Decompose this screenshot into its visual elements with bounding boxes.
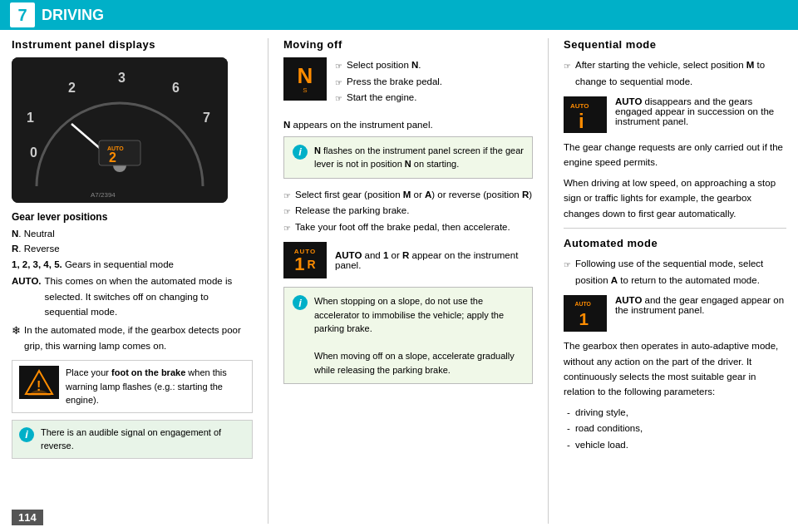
seq-step-1: After starting the vehicle, select posit… <box>564 57 786 90</box>
seq-mode-steps: After starting the vehicle, select posit… <box>564 57 786 90</box>
gauge-svg: 0 1 2 3 6 7 AUTO 2 A7/2394 <box>12 57 228 203</box>
info-panel-1-text: N flashes on the instrument panel screen… <box>314 144 524 171</box>
divider-left-mid <box>268 38 268 524</box>
svg-text:2: 2 <box>109 150 116 165</box>
auto-i-display-badge: AUTO i <box>564 96 607 133</box>
step-start-engine: Start the engine. <box>335 90 442 106</box>
auto-mode-title: Automated mode <box>564 237 786 249</box>
info-panel-icon-2: i <box>293 295 308 310</box>
svg-text:AUTO: AUTO <box>570 102 589 110</box>
mid-section-title: Moving off <box>283 38 533 51</box>
mid-column: Moving off N S Select position N. Press … <box>283 38 533 524</box>
svg-text:i: i <box>579 110 584 132</box>
auto-mode-section: Automated mode Following use of the sequ… <box>564 237 786 453</box>
svg-text:7: 7 <box>203 111 210 125</box>
section-divider <box>564 228 786 229</box>
gear-lever-title: Gear lever positions <box>12 211 253 223</box>
auto-mode-steps: Following use of the sequential mode, se… <box>564 256 786 288</box>
info-panel-n-flashes: i N flashes on the instrument panel scre… <box>283 136 533 179</box>
auto-engaged-text: AUTO and the gear engaged appear on the … <box>615 295 786 315</box>
auto-gear-display-badge: AUTO 1 <box>564 295 607 332</box>
adapt-param-1: driving style, <box>564 405 786 421</box>
gear-change-note: The gear change requests are only carrie… <box>564 140 786 170</box>
info-panel-slope: i When stopping on a slope, do not use t… <box>283 287 533 384</box>
gear-lever-section: Gear lever positions N. Neutral R. Rever… <box>12 211 253 353</box>
info-box-reverse: i There is an audible signal on engageme… <box>12 420 253 459</box>
moving-off-steps: Select position N. Press the brake pedal… <box>335 57 442 106</box>
warning-lamp-icon: ! <box>19 366 59 399</box>
chapter-title: DRIVING <box>35 3 117 27</box>
select-gear-steps: Select first gear (position M or A) or r… <box>283 187 533 236</box>
right-column: Sequential mode After starting the vehic… <box>564 38 786 524</box>
step-select-gear: Select first gear (position M or A) or r… <box>283 187 533 204</box>
page-header: 7 DRIVING <box>0 0 798 30</box>
svg-text:A7/2394: A7/2394 <box>91 191 116 199</box>
step-release-brake: Release the parking brake. <box>283 203 533 219</box>
n-badge-section: N S Select position N. Press the brake p… <box>283 57 533 113</box>
divider-mid-right <box>548 38 549 524</box>
main-content: Instrument panel displays 0 1 2 3 6 7 <box>0 30 798 532</box>
adapt-params-list: driving style, road conditions, vehicle … <box>564 405 786 454</box>
auto-mode-step-1: Following use of the sequential mode, se… <box>564 256 786 288</box>
left-column: Instrument panel displays 0 1 2 3 6 7 <box>12 38 253 524</box>
n-instrument-badge: N S <box>283 57 327 101</box>
header-line <box>117 14 788 16</box>
gear-r: R. Reverse <box>12 241 253 256</box>
step-press-brake: Press the brake pedal. <box>335 74 442 91</box>
svg-text:1: 1 <box>579 309 589 328</box>
warning-text: Place your foot on the brake when this w… <box>66 366 245 407</box>
left-section-title: Instrument panel displays <box>12 38 253 51</box>
info-icon: i <box>19 427 34 442</box>
auto-display-section: AUTO 1 R AUTO and 1 or R appear on the i… <box>283 242 533 278</box>
svg-text:1: 1 <box>27 111 34 125</box>
auto-badge: AUTO 1 R <box>283 242 327 278</box>
svg-text:6: 6 <box>172 81 180 95</box>
snow-note: ❄ In the automated mode, if the gearbox … <box>12 323 253 353</box>
step-foot-off: Take your foot off the brake pedal, then… <box>283 219 533 236</box>
low-speed-note: When driving at low speed, on approachin… <box>564 175 786 221</box>
auto-display-text: AUTO and 1 or R appear on the instrument… <box>335 250 533 270</box>
gearbox-adapt-text: The gearbox then operates in auto-adapti… <box>564 338 786 400</box>
info-panel-icon-1: i <box>293 145 308 160</box>
adapt-param-3: vehicle load. <box>564 437 786 454</box>
seq-mode-title: Sequential mode <box>564 38 786 51</box>
adapt-param-2: road conditions, <box>564 421 786 437</box>
n-appears-text: N appears on the instrument panel. <box>283 120 533 130</box>
instrument-panel-image: 0 1 2 3 6 7 AUTO 2 A7/2394 <box>12 57 228 203</box>
svg-text:0: 0 <box>30 145 37 160</box>
auto-engaged-section: AUTO 1 AUTO and the gear engaged appear … <box>564 295 786 332</box>
svg-text:3: 3 <box>118 71 126 85</box>
svg-text:AUTO: AUTO <box>574 302 591 308</box>
page-number: 114 <box>12 510 43 525</box>
gear-auto: AUTO. This comes on when the automated m… <box>12 273 253 319</box>
auto-disappears-section: AUTO i AUTO disappears and the gears eng… <box>564 96 786 133</box>
gauge-background: 0 1 2 3 6 7 AUTO 2 A7/2394 <box>12 57 228 203</box>
info-panel-2-text: When stopping on a slope, do not use the… <box>314 294 524 377</box>
step-select-n: Select position N. <box>335 57 442 74</box>
info-box-text: There is an audible signal on engagement… <box>41 427 221 451</box>
warning-box: ! Place your foot on the brake when this… <box>12 360 253 413</box>
auto-disappears-text: AUTO disappears and the gears engaged ap… <box>615 96 786 126</box>
svg-rect-9 <box>99 140 140 165</box>
svg-text:2: 2 <box>68 81 76 95</box>
gear-12345: 1, 2, 3, 4, 5. Gears in sequential mode <box>12 257 253 272</box>
gear-n: N. Neutral <box>12 226 253 241</box>
chapter-number: 7 <box>10 2 35 27</box>
